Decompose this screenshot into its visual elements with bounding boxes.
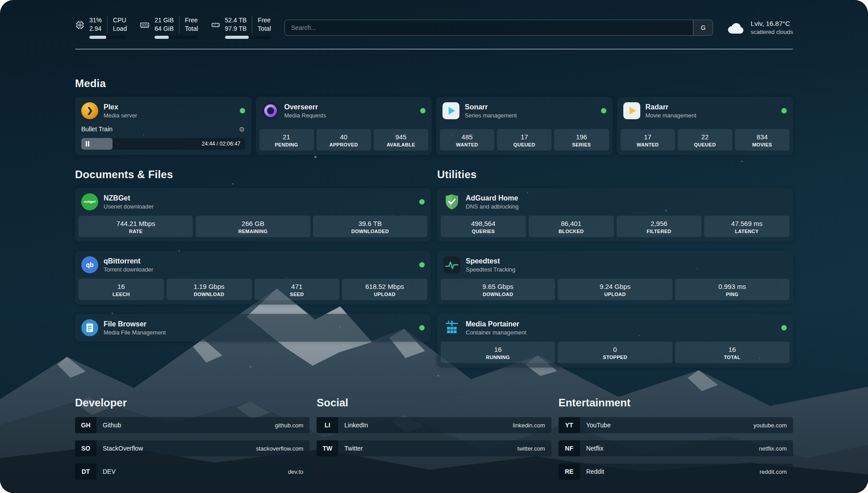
bookmark-abbr: YT [559,417,580,433]
sonarr-icon [442,102,459,119]
bookmark-twitter[interactable]: TW Twitter twitter.com [317,440,551,456]
bookmark-url: linkedin.com [513,422,545,429]
now-playing-title: Bullet Train [81,125,113,133]
bookmark-group-entertainment: Entertainment YT YouTube youtube.com NF … [559,397,793,487]
system-widgets: 31% 2.94 CPU Load [75,16,271,39]
search-engine-button[interactable]: G [693,20,713,35]
bookmark-dev[interactable]: DT DEV dev.to [75,464,309,480]
bookmark-url: github.com [275,422,304,429]
disk-label-bottom: Total [258,25,271,33]
stat-available: 945 AVAILABLE [374,129,428,150]
cpu-label-top: CPU [113,16,127,25]
app-subtitle: Movie management [646,112,697,119]
bookmark-abbr: NF [559,440,580,456]
status-dot [240,108,245,113]
bookmark-youtube[interactable]: YT YouTube youtube.com [559,417,793,433]
app-subtitle: Container management [466,329,526,336]
app-subtitle: Usenet downloader [104,203,154,210]
app-subtitle: Torrent downloader [104,266,153,273]
settings-icon[interactable]: ⚙ [239,126,245,133]
pause-icon[interactable] [86,141,89,146]
app-name: Radarr [646,103,697,112]
bookmark-abbr: LI [317,417,338,433]
bookmark-url: reddit.com [760,468,787,475]
app-subtitle: Series management [465,112,517,119]
stat-downloaded: 39.6 TB DOWNLOADED [313,216,427,237]
bookmark-group-social: Social LI LinkedIn linkedin.com TW Twitt… [317,397,551,464]
weather-location: Lviv, 16.87°C [751,19,793,28]
bookmark-name: Twitter [344,445,363,452]
stat-latency: 47.569 ms LATENCY [704,216,789,237]
stat-download: 9.65 Gbps DOWNLOAD [441,279,555,300]
plex-card[interactable]: ❯ Plex Media server Bullet Train ⚙ [75,97,251,155]
speedtest-card[interactable]: Speedtest Speedtest Tracking 9.65 Gbps D… [437,251,793,305]
app-name: Overseerr [284,103,326,112]
section-utilities: Utilities AdGuard Home DNS and [437,168,793,377]
ram-total: 64 GiB [154,25,174,33]
portainer-icon [443,319,460,336]
bookmark-netflix[interactable]: NF Netflix netflix.com [559,440,793,456]
section-title-documents: Documents & Files [75,168,431,181]
bookmark-linkedin[interactable]: LI LinkedIn linkedin.com [317,417,551,433]
stat-upload: 618.52 Mbps UPLOAD [342,279,427,300]
stat-movies: 834 MOVIES [735,129,789,150]
section-title-developer: Developer [75,397,309,409]
bookmark-name: DEV [103,468,116,475]
bookmark-stackoverflow[interactable]: SO StackOverflow stackoverflow.com [75,440,309,456]
filebrowser-icon [81,319,98,336]
bookmark-url: dev.to [288,468,303,475]
overseerr-card[interactable]: Overseerr Media Requests 21 PENDING 40 A… [256,97,432,155]
bookmark-abbr: RE [559,464,580,480]
bookmark-url: stackoverflow.com [256,445,303,452]
radarr-card[interactable]: Radarr Movie management 17 WANTED 22 QUE… [617,97,793,155]
stat-leech: 16 LEECH [79,279,164,300]
bookmark-abbr: GH [75,417,96,433]
search-bar: G [284,20,713,36]
stat-total: 16 TOTAL [675,342,789,363]
filebrowser-card[interactable]: File Browser Media File Management [75,314,431,342]
bookmark-name: Reddit [586,468,604,475]
disk-free: 52.4 TB [225,16,247,25]
radarr-icon [623,102,640,119]
stat-upload: 9.24 Gbps UPLOAD [558,279,672,300]
stat-wanted: 485 WANTED [440,129,494,150]
search-input[interactable] [285,20,693,35]
nzbget-card[interactable]: nzbget NZBGet Usenet downloader 744.21 M… [75,188,431,242]
bookmark-abbr: DT [75,464,96,480]
cpu-percent: 31% [89,16,102,25]
bookmark-reddit[interactable]: RE Reddit reddit.com [559,464,793,480]
adguard-icon [443,193,460,210]
stat-queued: 22 QUEUED [678,129,732,150]
ram-free: 21 GiB [154,16,174,25]
app-subtitle: DNS and adblocking [466,203,519,210]
portainer-card[interactable]: Media Portainer Container management 16 … [437,314,793,368]
bookmark-name: YouTube [586,422,611,429]
bookmark-name: Github [103,422,121,429]
ram-usage-bar [154,36,198,39]
sonarr-card[interactable]: Sonarr Series management 485 WANTED 17 Q… [436,97,613,155]
plex-icon: ❯ [81,102,98,119]
app-name: Media Portainer [466,320,526,329]
app-name: AdGuard Home [466,194,519,203]
stat-blocked: 86,401 BLOCKED [529,216,614,237]
status-dot [781,108,787,113]
cpu-usage-fill [89,36,106,39]
app-name: Sonarr [465,103,517,112]
cpu-icon [75,20,85,30]
cpu-load: 2.94 [89,25,102,33]
ram-icon [139,20,150,30]
playback-progress-bar[interactable]: 24:44 / 02:06:47 [81,138,245,150]
disk-usage-fill [225,36,249,39]
disk-widget: 52.4 TB 97.9 TB Free Total [211,16,271,39]
bookmark-github[interactable]: GH Github github.com [75,417,309,433]
stat-ping: 0.993 ms PING [675,279,789,300]
disk-label-top: Free [258,16,271,25]
snow-particles [0,0,1,1]
section-title-utilities: Utilities [437,168,793,181]
status-dot [781,325,787,330]
status-dot [601,108,606,113]
weather-condition: scattered clouds [751,28,793,36]
disk-usage-bar [225,36,271,39]
qbittorrent-card[interactable]: qb qBittorrent Torrent downloader 16 LEE… [75,251,431,305]
adguard-card[interactable]: AdGuard Home DNS and adblocking 498,564 … [437,188,793,242]
